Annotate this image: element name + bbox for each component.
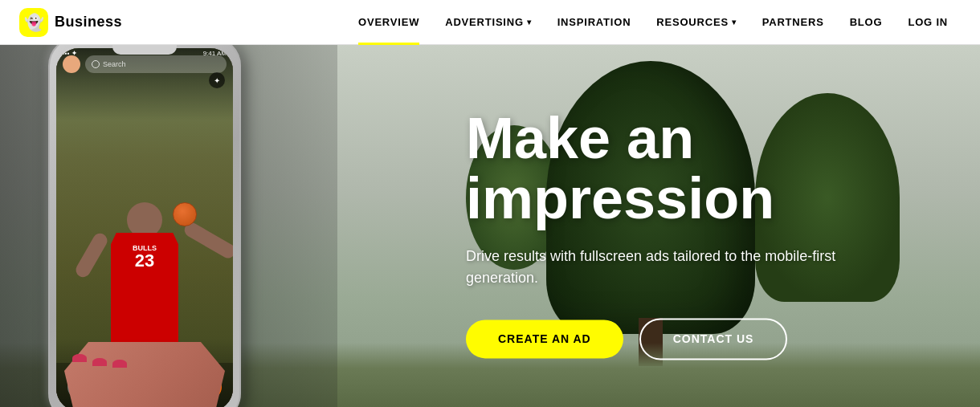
phone-avatar — [63, 55, 80, 73]
hero-headline: Make an impression — [466, 108, 932, 230]
nav-item-resources[interactable]: RESOURCES ▾ — [643, 0, 749, 45]
hand-holding-phone — [64, 342, 225, 407]
search-label: Search — [103, 60, 126, 68]
chevron-down-icon: ▾ — [732, 18, 737, 26]
brand-logo[interactable]: 👻 Business — [19, 8, 122, 37]
brand-name: Business — [55, 14, 122, 31]
nav-item-partners[interactable]: PARTNERS — [749, 0, 837, 45]
snapchat-ghost-icon: 👻 — [19, 8, 48, 37]
hero-subtext: Drive results with fullscreen ads tailor… — [466, 246, 851, 289]
nav-item-overview[interactable]: OVERVIEW — [345, 0, 432, 45]
create-ad-button[interactable]: CREATE AN AD — [466, 319, 623, 358]
fingernail-3 — [112, 360, 127, 368]
fingernail-1 — [72, 354, 87, 362]
phone-mockup: BULLS23 — [48, 45, 273, 407]
navigation: 👻 Business OVERVIEW ADVERTISING ▾ INSPIR… — [0, 0, 980, 45]
nav-item-advertising[interactable]: ADVERTISING ▾ — [432, 0, 544, 45]
phone-notch — [112, 45, 177, 55]
nav-item-inspiration[interactable]: INSPIRATION — [545, 0, 644, 45]
hero-content: Make an impression Drive results with fu… — [466, 92, 932, 360]
chevron-down-icon: ▾ — [527, 18, 532, 26]
nav-links: OVERVIEW ADVERTISING ▾ INSPIRATION RESOU… — [345, 0, 961, 45]
ghost-emoji: 👻 — [24, 13, 44, 32]
nav-item-blog[interactable]: BLOG — [837, 0, 896, 45]
nav-item-login[interactable]: LOG IN — [895, 0, 961, 45]
phone-search-bar[interactable]: Search — [85, 55, 227, 73]
hero-section: BULLS23 — [0, 45, 980, 407]
fingernail-2 — [92, 358, 107, 366]
search-icon — [92, 60, 100, 68]
hero-cta-group: CREATE AN AD CONTACT US — [466, 318, 932, 360]
contact-us-button[interactable]: CONTACT US — [639, 318, 788, 360]
jordan-logo: ✦ — [209, 72, 225, 88]
